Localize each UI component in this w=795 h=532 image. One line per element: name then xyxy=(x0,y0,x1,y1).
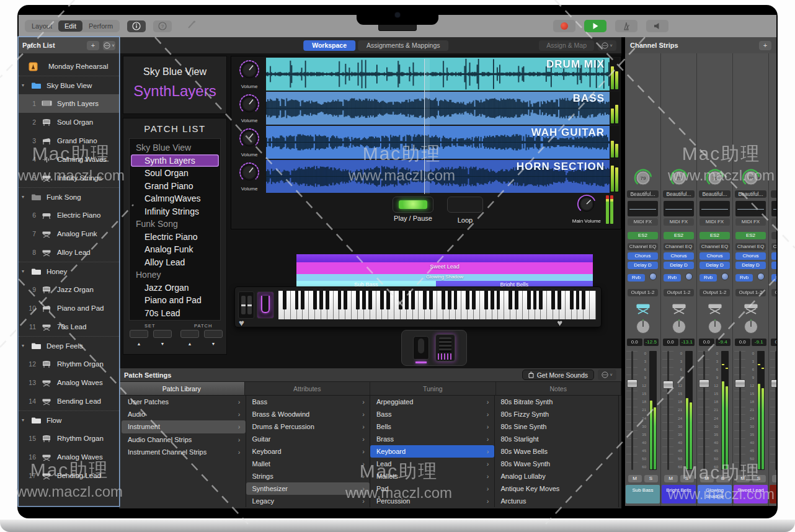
strip-name-label[interactable] xyxy=(770,485,776,503)
send-delay[interactable]: Delay D xyxy=(771,262,776,269)
sidebar-item-electric-piano[interactable]: 6Electric Piano xyxy=(19,206,119,224)
play-pause-button[interactable] xyxy=(393,197,433,213)
library-item-analog-lullaby[interactable]: Analog Lullaby xyxy=(495,470,619,482)
volume-fader[interactable] xyxy=(667,351,669,470)
widget-patch-sky-blue-view[interactable]: Sky Blue View xyxy=(130,141,220,154)
patch-settings-action-menu[interactable]: ˅ xyxy=(598,370,616,380)
black-key[interactable] xyxy=(319,291,323,309)
inspector-info-button[interactable] xyxy=(127,20,146,32)
strip-gain-knob[interactable]: 79 xyxy=(742,169,760,190)
volume-fader[interactable] xyxy=(739,351,741,470)
library-item-user-patches[interactable]: User Patches› xyxy=(122,396,246,408)
widget-patch-70s-lead[interactable]: 70s Lead xyxy=(130,307,220,320)
channel-eq-slot[interactable]: Channel EQ xyxy=(735,243,766,250)
strip-setting-name[interactable]: Beautiful... xyxy=(663,190,695,198)
loop-button[interactable] xyxy=(447,197,483,213)
chevron-down-icon[interactable]: ▾ xyxy=(22,82,29,88)
output-slot[interactable]: Output 1-2 xyxy=(735,289,766,296)
track-volume-knob[interactable] xyxy=(239,162,260,185)
sidebar-item-rhythm-organ[interactable]: 15Rhythm Organ xyxy=(19,429,119,448)
black-key[interactable] xyxy=(368,291,372,309)
black-key[interactable] xyxy=(338,291,342,309)
layer-band-glowing-shadow[interactable]: Glowing Shadow xyxy=(296,274,593,281)
sustain-pedal-icon[interactable] xyxy=(413,336,429,360)
mode-button-edit[interactable]: Edit xyxy=(58,20,82,32)
widget-patch-grand-piano[interactable]: Grand Piano xyxy=(130,180,220,193)
widget-patch-honey[interactable]: Honey xyxy=(130,268,220,282)
send-level-knob[interactable] xyxy=(649,273,657,280)
set-up-button[interactable] xyxy=(130,330,148,338)
settings-tab-attributes[interactable]: Attributes xyxy=(245,382,371,395)
output-slot[interactable]: Output 1-2 xyxy=(664,289,694,296)
chevron-down-icon[interactable]: ▾ xyxy=(22,194,29,200)
black-key[interactable] xyxy=(405,291,409,309)
black-key[interactable] xyxy=(344,291,347,309)
fader-cap[interactable] xyxy=(627,379,637,388)
library-item-instrument[interactable]: Instrument› xyxy=(122,420,246,433)
black-key[interactable] xyxy=(399,291,402,309)
widget-patch-jazz-organ[interactable]: Jazz Organ xyxy=(130,282,220,295)
pan-knob[interactable] xyxy=(743,319,759,337)
library-item-audio[interactable]: Audio› xyxy=(122,408,246,420)
widget-patch-piano-and-pad[interactable]: Piano and Pad xyxy=(130,294,220,307)
patch-down-button[interactable] xyxy=(204,330,223,338)
midi-fx-slot[interactable]: MIDI FX xyxy=(771,218,776,226)
solo-button[interactable]: S xyxy=(680,475,694,482)
pan-value[interactable]: 0.0 xyxy=(627,339,642,346)
send-delay[interactable]: Delay D xyxy=(700,262,730,269)
instrument-slot[interactable]: ES2 xyxy=(700,232,730,239)
send-reverb[interactable]: Rvb xyxy=(700,274,717,282)
main-volume-knob[interactable] xyxy=(577,205,597,216)
eq-thumbnail[interactable] xyxy=(628,201,658,216)
mute-button[interactable]: M xyxy=(664,475,678,482)
sidebar-item-funk-song[interactable]: ▾Funk Song xyxy=(19,187,119,206)
sidebar-item-flow[interactable]: ▾Flow xyxy=(19,410,119,429)
mode-button-layout[interactable]: Layout xyxy=(25,20,58,32)
strip-gain-knob[interactable]: 79 xyxy=(634,169,652,190)
library-item-mallet[interactable]: Mallet› xyxy=(246,458,370,470)
strip-gain-knob[interactable]: 79 xyxy=(670,169,688,190)
library-item-brass-woodwind[interactable]: Brass & Woodwind› xyxy=(246,408,370,420)
channel-eq-slot[interactable]: Channel EQ xyxy=(700,243,730,250)
send-chorus[interactable]: Chorus xyxy=(735,252,766,260)
black-key[interactable] xyxy=(515,291,518,309)
strip-name-label[interactable]: Sweet Lead xyxy=(734,485,768,503)
help-button[interactable]: ? xyxy=(153,20,172,32)
sidebar-item-analog-waves[interactable]: 13Analog Waves xyxy=(19,373,119,392)
black-key[interactable] xyxy=(466,291,469,309)
volume-fader[interactable] xyxy=(775,351,776,470)
black-key[interactable] xyxy=(301,291,304,309)
solo-button[interactable]: S xyxy=(716,475,730,482)
sidebar-item-honey[interactable]: ▾Honey xyxy=(19,262,119,280)
library-item-keyboard[interactable]: Keyboard› xyxy=(370,445,494,458)
strip-name-label[interactable]: Bright Bells xyxy=(662,485,696,503)
send-level-knob[interactable] xyxy=(757,273,765,280)
sidebar-item-calming-waves[interactable]: 4Calming Waves xyxy=(19,150,119,169)
pan-value[interactable]: 0.0 xyxy=(771,339,776,346)
track-waveform[interactable]: HORN SECTION xyxy=(266,160,610,193)
midi-fx-slot[interactable]: MIDI FX xyxy=(735,218,766,226)
library-item-mallets[interactable]: Mallets› xyxy=(370,470,494,482)
white-key[interactable] xyxy=(590,291,596,319)
strip-setting-name[interactable]: Beautiful... xyxy=(735,190,766,198)
sidebar-item-monday-rehearsal[interactable]: Monday Rehearsal xyxy=(19,57,119,76)
sidebar-item-synth-layers[interactable]: 1Synth Layers xyxy=(19,94,119,113)
midi-fx-slot[interactable]: MIDI FX xyxy=(664,218,694,226)
mute-button[interactable]: M xyxy=(772,475,777,482)
sidebar-item-jazz-organ[interactable]: 9Jazz Organ xyxy=(19,280,119,299)
pan-value[interactable]: 0.0 xyxy=(735,339,750,346)
gain-value[interactable]: -12.5 xyxy=(644,339,659,346)
output-slot[interactable]: Output 1-2 xyxy=(628,289,658,296)
library-item-percussion[interactable]: Percussion› xyxy=(370,495,494,507)
instrument-slot[interactable]: ES2 xyxy=(735,232,766,239)
library-item-legacy[interactable]: Legacy› xyxy=(246,495,370,507)
touch-strip[interactable] xyxy=(257,291,274,319)
add-channel-strip-button[interactable]: + xyxy=(759,41,771,50)
black-key[interactable] xyxy=(576,291,580,309)
send-reverb[interactable]: Rvb xyxy=(771,274,776,282)
solo-button[interactable]: S xyxy=(752,475,766,482)
instrument-slot[interactable]: ES2 xyxy=(664,232,694,239)
black-key[interactable] xyxy=(423,291,427,309)
black-key[interactable] xyxy=(442,291,445,309)
settings-tab-patch-library[interactable]: Patch Library xyxy=(119,382,245,395)
